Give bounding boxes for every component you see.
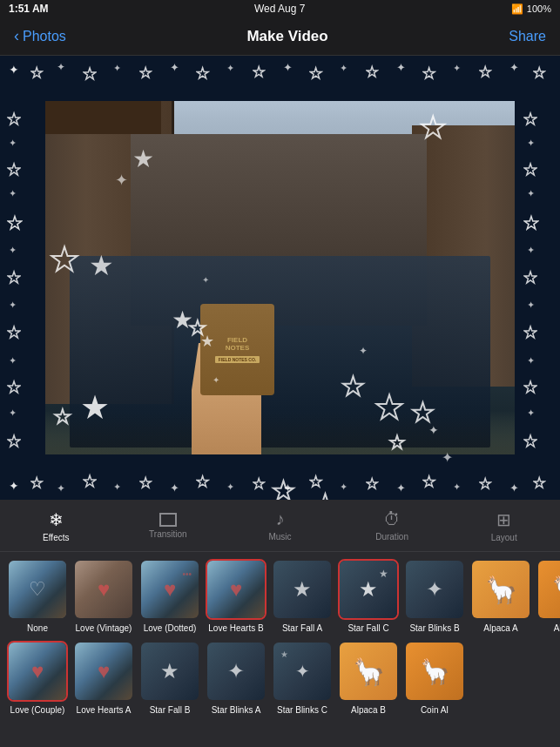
effect-star-fall-a-thumb: ★ — [272, 559, 333, 620]
effect-star-blinks-c[interactable]: ✦ ★ Star Blinks C — [272, 641, 333, 716]
effects-row-2: ♥ Love (Couple) ♥ Love Hearts A ★ — [3, 641, 557, 716]
star-a-overlay: ★ — [293, 577, 312, 602]
star-blinks-c-small: ★ — [280, 649, 288, 659]
music-icon: ♪ — [275, 509, 284, 529]
effect-star-blinks-c-label: Star Blinks C — [277, 705, 327, 716]
back-button[interactable]: ‹ Photos — [14, 27, 66, 45]
effect-love-hearts-b-label: Love Hearts B — [208, 623, 263, 634]
tab-effects[interactable]: ❄ Effects — [0, 500, 112, 551]
star-border-bottom: ✦ ★ ✦ ★ ✦ ★ ✦ ★ ✦ ★ ✦ ★ ✦ ★ ✦ ★ ✦ ★ ✦ ★ — [0, 454, 560, 500]
transition-icon — [159, 513, 177, 527]
effect-star-fall-b-thumb: ★ — [139, 641, 200, 702]
image-background: FIELD NOTES FIELD NOTES CO. — [0, 56, 560, 500]
notebook-tagline: FIELD NOTES CO. — [215, 356, 260, 363]
star-fall-b-overlay: ★ — [160, 659, 179, 683]
effect-love-hearts-a-inner: ♥ — [75, 643, 132, 700]
effect-coin-ai-inner: 🦙 — [406, 643, 463, 700]
couple-heart: ♥ — [31, 659, 44, 683]
effect-love-hearts-a-thumb: ♥ — [73, 641, 134, 702]
effect-love-couple-label: Love (Couple) — [10, 705, 65, 716]
tab-music[interactable]: ♪ Music — [224, 500, 336, 551]
effect-alpaca-b-inner: 🦙 — [340, 643, 397, 700]
back-label: Photos — [23, 29, 66, 44]
star-border-top: ✦ ★ ✦ ★ ✦ ★ ✦ ★ ✦ ★ ✦ ★ ✦ ★ ✦ ★ ✦ ★ ✦ ★ — [0, 56, 560, 101]
effect-love-dotted-thumb: ♥ ••• — [139, 559, 200, 620]
share-button[interactable]: Share — [509, 29, 546, 44]
effect-love-vintage[interactable]: ♥ Love (Vintage) — [73, 559, 134, 634]
effect-love-dotted[interactable]: ♥ ••• Love (Dotted) — [139, 559, 200, 634]
effect-star-fall-a[interactable]: ★ Star Fall A — [272, 559, 333, 634]
effect-star-fall-b[interactable]: ★ Star Fall B — [139, 641, 200, 716]
effect-love-vintage-thumb: ♥ — [73, 559, 134, 620]
effect-love-couple[interactable]: ♥ Love (Couple) — [7, 641, 68, 716]
star-blinks-b-overlay: ✦ — [426, 577, 443, 602]
effect-none-label: None — [27, 623, 48, 634]
tab-transition[interactable]: Transition — [112, 500, 225, 551]
duration-icon: ⏱ — [383, 509, 401, 529]
effect-alpaca-inner: 🦙 — [538, 561, 560, 618]
status-time: 1:51 AM — [9, 3, 49, 15]
battery-label: 100% — [527, 3, 551, 14]
effect-love-couple-thumb: ♥ — [7, 641, 68, 702]
tab-duration[interactable]: ⏱ Duration — [336, 500, 449, 551]
vintage-heart: ♥ — [98, 577, 110, 602]
star-blinks-c-overlay: ✦ — [295, 661, 310, 682]
effect-alpaca-thumb: 🦙 — [536, 559, 560, 620]
effect-none[interactable]: ♡ None — [7, 559, 68, 634]
effect-love-hearts-b[interactable]: ♥ Love Hearts B — [206, 559, 267, 634]
tab-transition-label: Transition — [149, 529, 187, 539]
effect-love-couple-inner: ♥ — [9, 643, 66, 700]
effect-star-fall-a-inner: ★ — [273, 561, 331, 618]
effects-icon: ❄ — [49, 509, 64, 530]
effect-star-blinks-b-thumb: ✦ — [404, 559, 465, 620]
effect-star-blinks-a-thumb: ✦ — [206, 641, 267, 702]
alpaca-b-figure: 🦙 — [353, 656, 385, 687]
effect-alpaca-b[interactable]: 🦙 Alpaca B — [338, 641, 399, 716]
notebook: FIELD NOTES FIELD NOTES CO. — [200, 304, 274, 395]
effect-star-blinks-b-label: Star Blinks B — [409, 623, 459, 634]
nav-bar: ‹ Photos Make Video Share — [0, 17, 560, 56]
alpaca-a-figure: 🦙 — [485, 575, 517, 605]
effect-star-blinks-b-inner: ✦ — [406, 561, 463, 618]
effect-star-blinks-b[interactable]: ✦ Star Blinks B — [404, 559, 465, 634]
effect-coin-ai-thumb: 🦙 — [404, 641, 465, 702]
effect-coin-ai[interactable]: 🦙 Coin AI — [404, 641, 465, 716]
effect-alpaca-b-thumb: 🦙 — [338, 641, 399, 702]
effect-alpaca[interactable]: 🦙 Alpaca — [536, 559, 560, 634]
star-border-left: ★ ✦ ★ ✦ ★ ✦ ★ ✦ ★ ✦ ★ ✦ ★ — [0, 101, 45, 454]
alpaca-figure: 🦙 — [551, 575, 561, 605]
tab-bar: ❄ Effects Transition ♪ Music ⏱ Duration … — [0, 500, 560, 552]
star-blinks-a-overlay: ✦ — [227, 659, 245, 683]
back-chevron-icon: ‹ — [14, 27, 19, 45]
effect-star-blinks-a-inner: ✦ — [207, 643, 265, 700]
tab-duration-label: Duration — [375, 532, 408, 542]
effect-alpaca-b-label: Alpaca B — [351, 705, 386, 716]
effect-love-hearts-b-inner: ♥ — [207, 561, 265, 618]
effect-star-fall-c-inner: ★ ★ — [340, 561, 397, 618]
effect-star-fall-b-label: Star Fall B — [150, 705, 191, 716]
tab-layout-label: Layout — [491, 533, 517, 542]
page-title: Make Video — [246, 28, 327, 45]
coin-ai-figure: 🦙 — [420, 657, 450, 686]
tab-effects-label: Effects — [43, 533, 69, 542]
layout-icon: ⊞ — [496, 509, 511, 530]
effect-star-fall-c[interactable]: ★ ★ Star Fall C — [338, 559, 399, 634]
effect-star-fall-c-thumb: ★ ★ — [338, 559, 399, 620]
tab-layout[interactable]: ⊞ Layout — [448, 500, 560, 551]
effect-alpaca-a-thumb: 🦙 — [470, 559, 531, 620]
effects-row-1: ♡ None ♥ Love (Vintage) ♥ — [3, 559, 557, 634]
effect-star-blinks-c-thumb: ✦ ★ — [272, 641, 333, 702]
status-date: Wed Aug 7 — [254, 3, 306, 15]
effect-star-blinks-a-label: Star Blinks A — [212, 705, 261, 716]
effect-alpaca-a-inner: 🦙 — [472, 561, 530, 618]
effect-star-blinks-a[interactable]: ✦ Star Blinks A — [206, 641, 267, 716]
effect-love-vintage-label: Love (Vintage) — [76, 623, 132, 634]
effect-love-dotted-inner: ♥ ••• — [141, 561, 199, 618]
hearts-b-heart: ♥ — [230, 577, 242, 602]
star-border-right: ★ ✦ ★ ✦ ★ ✦ ★ ✦ ★ ✦ ★ ✦ ★ — [515, 101, 560, 454]
main-image-area: FIELD NOTES FIELD NOTES CO. ✦ ★ ✦ ★ ✦ ★ … — [0, 56, 560, 500]
tab-music-label: Music — [268, 532, 291, 542]
effect-alpaca-a[interactable]: 🦙 Alpaca A — [470, 559, 531, 634]
bottom-toolbar: ❄ Effects Transition ♪ Music ⏱ Duration … — [0, 500, 560, 747]
effect-love-hearts-a[interactable]: ♥ Love Hearts A — [73, 641, 134, 716]
